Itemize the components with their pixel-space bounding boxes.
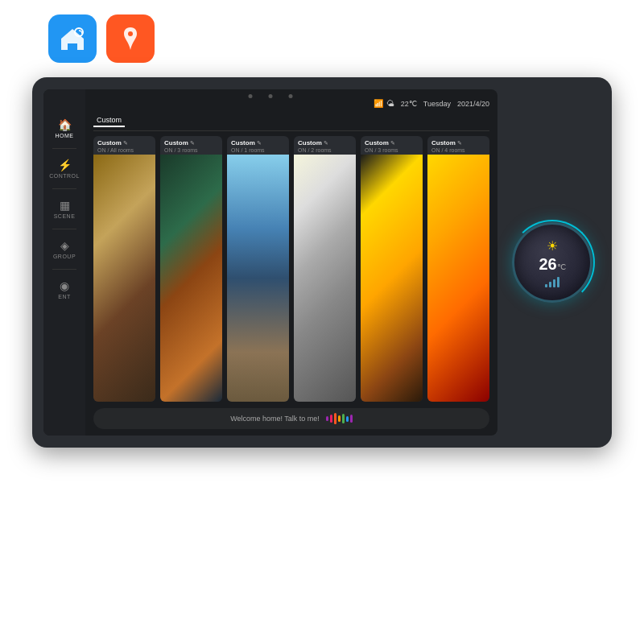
tab-3[interactable] bbox=[141, 114, 147, 127]
wave-bar-4 bbox=[338, 415, 341, 422]
sidebar-item-control[interactable]: ⚡ CONTROL bbox=[43, 154, 85, 184]
status-bar: 📶 🌤 22℃ Tuesday 2021/4/20 bbox=[93, 96, 489, 114]
camera-dot-2 bbox=[269, 94, 273, 98]
scene-card-1[interactable]: Custom ✎ ON / All rooms bbox=[93, 136, 155, 402]
scene-title-row-2: Custom ✎ bbox=[164, 139, 218, 147]
sidebar-divider-4 bbox=[52, 269, 76, 270]
scene-subtitle-1: ON / All rooms bbox=[97, 147, 151, 153]
scene-grid: Custom ✎ ON / All rooms Custom ✎ ON / 3 … bbox=[93, 136, 489, 402]
scene-header-2: Custom ✎ ON / 3 rooms bbox=[160, 136, 222, 155]
sidebar-divider-3 bbox=[52, 229, 76, 229]
scene-edit-icon-2: ✎ bbox=[190, 140, 195, 147]
scene-card-4[interactable]: Custom ✎ ON / 2 rooms bbox=[294, 136, 356, 402]
signal-bar-2 bbox=[549, 282, 551, 287]
sidebar-divider-1 bbox=[52, 148, 76, 149]
scene-title-4: Custom bbox=[298, 139, 322, 147]
scene-edit-icon-4: ✎ bbox=[324, 140, 328, 147]
status-icons: 📶 🌤 bbox=[374, 99, 394, 108]
signal-bar-4 bbox=[557, 277, 559, 287]
scene-card-5[interactable]: Custom ✎ ON / 3 rooms bbox=[361, 136, 423, 402]
wifi-icon: 📶 bbox=[374, 99, 383, 108]
scene-title-row-4: Custom ✎ bbox=[298, 139, 352, 147]
scene-card-2[interactable]: Custom ✎ ON / 3 rooms bbox=[160, 136, 222, 402]
scene-image-4 bbox=[294, 155, 356, 402]
scene-image-2 bbox=[160, 155, 222, 402]
sidebar-item-ent[interactable]: ◉ ENT bbox=[43, 275, 85, 304]
svg-point-1 bbox=[128, 31, 133, 36]
status-date: 2021/4/20 bbox=[457, 100, 489, 108]
scene-card-6[interactable]: Custom ✎ ON / 4 rooms bbox=[427, 136, 489, 402]
sidebar-label-control: CONTROL bbox=[49, 173, 80, 179]
signal-bar-3 bbox=[553, 279, 555, 287]
wave-bar-3 bbox=[334, 413, 336, 424]
scene-image-6 bbox=[427, 155, 489, 402]
group-icon: ◈ bbox=[60, 239, 69, 252]
thermostat[interactable]: ☀ 26 ℃ bbox=[512, 222, 592, 303]
scene-title-3: Custom bbox=[231, 139, 255, 147]
smart-home-logo[interactable] bbox=[48, 14, 97, 63]
tuya-logo[interactable] bbox=[106, 14, 155, 63]
camera-dot-1 bbox=[249, 94, 253, 98]
scene-title-2: Custom bbox=[164, 139, 188, 147]
smart-panel-device: 🏠 HOME ⚡ CONTROL ▦ SCENE ◈ GROUP ◉ ENT bbox=[32, 77, 612, 448]
status-day: Tuesday bbox=[423, 100, 451, 108]
sidebar-label-scene: SCENE bbox=[54, 213, 76, 219]
thermostat-signal-bars bbox=[545, 277, 559, 287]
scene-title-row-1: Custom ✎ bbox=[97, 139, 151, 147]
sidebar-label-group: GROUP bbox=[53, 254, 76, 259]
scene-title-row-6: Custom ✎ bbox=[431, 139, 485, 147]
sidebar-label-home: HOME bbox=[56, 133, 74, 138]
scene-image-3 bbox=[227, 155, 289, 402]
thermostat-temperature: 26 bbox=[539, 255, 556, 274]
right-panel: ☀ 26 ℃ bbox=[504, 89, 601, 436]
tab-bar: Custom bbox=[93, 114, 489, 131]
scene-header-4: Custom ✎ ON / 2 rooms bbox=[294, 136, 356, 155]
voice-bar[interactable]: Welcome home! Talk to me! bbox=[93, 408, 489, 429]
sidebar: 🏠 HOME ⚡ CONTROL ▦ SCENE ◈ GROUP ◉ ENT bbox=[43, 89, 85, 436]
tab-2[interactable] bbox=[130, 114, 136, 127]
top-logos bbox=[0, 14, 155, 63]
control-icon: ⚡ bbox=[58, 159, 72, 171]
wave-bar-6 bbox=[346, 416, 349, 422]
voice-wave bbox=[326, 413, 353, 424]
scene-subtitle-6: ON / 4 rooms bbox=[431, 147, 485, 153]
scene-header-6: Custom ✎ ON / 4 rooms bbox=[427, 136, 489, 155]
voice-text: Welcome home! Talk to me! bbox=[230, 415, 320, 423]
sidebar-item-scene[interactable]: ▦ SCENE bbox=[43, 194, 85, 224]
camera-dot-3 bbox=[289, 94, 293, 98]
scene-subtitle-3: ON / 1 rooms bbox=[231, 147, 285, 153]
scene-title-row-5: Custom ✎ bbox=[365, 139, 419, 147]
scene-header-5: Custom ✎ ON / 3 rooms bbox=[361, 136, 423, 155]
scene-edit-icon-5: ✎ bbox=[390, 140, 395, 147]
status-temperature: 22℃ bbox=[401, 100, 417, 108]
scene-header-1: Custom ✎ ON / All rooms bbox=[93, 136, 155, 155]
scene-icon: ▦ bbox=[60, 199, 70, 212]
scene-title-6: Custom bbox=[431, 139, 456, 147]
thermostat-unit: ℃ bbox=[557, 262, 566, 271]
scene-subtitle-4: ON / 2 rooms bbox=[298, 147, 352, 153]
thermostat-temp-display: 26 ℃ bbox=[539, 255, 565, 274]
sidebar-item-home[interactable]: 🏠 HOME bbox=[43, 114, 85, 143]
scene-subtitle-2: ON / 3 rooms bbox=[164, 147, 218, 153]
scene-image-5 bbox=[361, 155, 423, 402]
device-screen: 🏠 HOME ⚡ CONTROL ▦ SCENE ◈ GROUP ◉ ENT bbox=[43, 89, 497, 436]
wave-bar-2 bbox=[330, 415, 332, 423]
tab-custom[interactable]: Custom bbox=[93, 114, 125, 127]
weather-icon: 🌤 bbox=[386, 99, 394, 108]
scene-header-3: Custom ✎ ON / 1 rooms bbox=[227, 136, 289, 155]
scene-image-1 bbox=[93, 155, 155, 402]
tab-4[interactable] bbox=[152, 114, 159, 127]
ent-icon: ◉ bbox=[60, 279, 69, 292]
scene-edit-icon-6: ✎ bbox=[457, 140, 462, 147]
scene-title-row-3: Custom ✎ bbox=[231, 139, 285, 147]
scene-title-1: Custom bbox=[97, 139, 122, 147]
signal-bar-1 bbox=[545, 284, 547, 287]
wave-bar-5 bbox=[342, 414, 345, 423]
camera-bar bbox=[249, 94, 293, 98]
wave-bar-1 bbox=[326, 416, 328, 421]
scene-subtitle-5: ON / 3 rooms bbox=[365, 147, 419, 153]
scene-edit-icon-3: ✎ bbox=[257, 140, 262, 147]
home-icon: 🏠 bbox=[58, 118, 72, 131]
sidebar-item-group[interactable]: ◈ GROUP bbox=[43, 234, 85, 264]
scene-card-3[interactable]: Custom ✎ ON / 1 rooms bbox=[227, 136, 289, 402]
